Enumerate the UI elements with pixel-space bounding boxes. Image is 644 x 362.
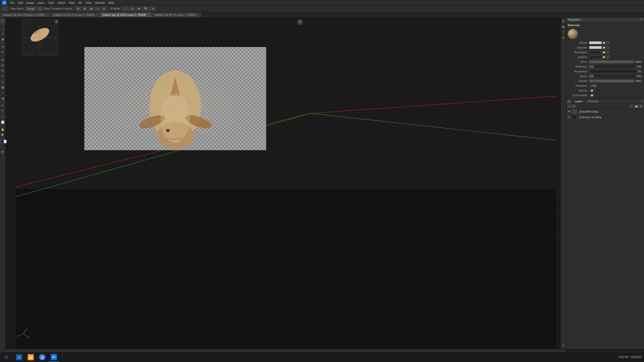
mat-swatch-specular[interactable] bbox=[589, 46, 602, 49]
mat-folder-specular[interactable]: 📁 bbox=[602, 46, 606, 49]
mat-clear-illumination[interactable]: × bbox=[606, 51, 610, 54]
magic-wand-tool[interactable]: ⚡ bbox=[0, 37, 5, 42]
align-btn-1[interactable]: ⊟ bbox=[75, 7, 81, 11]
align-btn-3[interactable]: ⊠ bbox=[89, 7, 94, 11]
layers-delete-btn[interactable]: 🗑 bbox=[639, 105, 643, 108]
mat-slider-roughness[interactable] bbox=[589, 70, 637, 73]
menu-select[interactable]: Select bbox=[58, 1, 65, 4]
mat-slider-reflection[interactable] bbox=[589, 65, 635, 68]
panel-menu-icon[interactable]: ☰ bbox=[640, 18, 643, 21]
layers-folder-btn[interactable]: 📁 bbox=[634, 105, 638, 108]
layer-eye-0[interactable]: 👁 bbox=[567, 110, 571, 113]
tab-close-0[interactable]: × bbox=[46, 14, 48, 16]
3d-pan-btn[interactable]: ✥ bbox=[136, 7, 142, 11]
doc-tab-1[interactable]: Untitled-2 @ 66.7% (Layer 1, RGB/8) × bbox=[50, 12, 100, 17]
rt-btn-5[interactable]: ↕ bbox=[561, 41, 566, 46]
lasso-tool[interactable]: ʔ bbox=[0, 31, 5, 36]
taskbar-ie[interactable]: e bbox=[14, 352, 25, 362]
menu-3d[interactable]: 3D bbox=[78, 1, 82, 4]
material-sphere[interactable] bbox=[568, 29, 578, 39]
layer-eye-1[interactable]: 👁 bbox=[567, 115, 571, 119]
crop-tool[interactable]: ⊡ bbox=[0, 44, 5, 49]
menu-edit[interactable]: Edit bbox=[18, 1, 23, 4]
doc-tab-2[interactable]: Dolphin.dae @ 100% (Layer 1, RGB/8) × bbox=[100, 12, 152, 17]
menu-layer[interactable]: Layer bbox=[37, 1, 45, 4]
rt-btn-4[interactable]: ⊕ bbox=[561, 35, 566, 40]
rt-btn-2[interactable]: ◉ bbox=[561, 24, 566, 29]
dodge-tool[interactable]: ◑ bbox=[0, 96, 5, 101]
menu-help[interactable]: Help bbox=[108, 1, 114, 4]
taskbar-photoshop[interactable]: Ps bbox=[48, 352, 59, 362]
brush-tool[interactable]: 🖌 bbox=[0, 63, 5, 68]
layer-row-0[interactable]: 👁 _DefaultNoCulling bbox=[566, 109, 644, 114]
menu-view[interactable]: View bbox=[86, 1, 92, 4]
mat-folder-ambient[interactable]: 📁 bbox=[602, 56, 606, 59]
menu-filter[interactable]: Filter bbox=[69, 1, 75, 4]
mat-clear-diffuse[interactable]: × bbox=[606, 41, 610, 44]
doc-tab-0[interactable]: Untitled-1 @ 50% (Polygon 1, RGB/8) × bbox=[0, 12, 50, 17]
3d-scene[interactable]: × × X Y Z bbox=[6, 18, 566, 349]
path-tool[interactable]: △ bbox=[0, 114, 5, 119]
layer-row-1[interactable]: 👁 _Charcoal_noCulling bbox=[566, 114, 644, 120]
layers-tab-layers[interactable]: Layers bbox=[573, 100, 585, 103]
healing-tool[interactable]: ⊕ bbox=[0, 57, 5, 62]
transform-controls-btn[interactable]: ☐ bbox=[37, 7, 43, 11]
3d-mode-dropdown[interactable]: ... bbox=[122, 7, 128, 11]
foreground-color[interactable] bbox=[1, 140, 4, 143]
layers-grid-btn[interactable]: ⊞ bbox=[572, 105, 576, 108]
start-button[interactable]: ⊞ bbox=[0, 352, 13, 362]
shape-tool[interactable]: ⬜ bbox=[0, 120, 5, 125]
layers-tab-channels[interactable]: Channels bbox=[585, 100, 601, 103]
rt-btn-6[interactable]: ✕ bbox=[561, 343, 566, 348]
mat-clear-specular[interactable]: × bbox=[606, 46, 610, 49]
doc-tab-3[interactable]: Untitled-3 @ 66.7% (Layer 1, RGB/8) × bbox=[152, 12, 202, 17]
selection-tool[interactable]: ⬚ bbox=[0, 26, 5, 31]
stamp-tool[interactable]: ⊗ bbox=[0, 68, 5, 73]
align-btn-4[interactable]: ≡ bbox=[95, 7, 100, 11]
layers-add-btn[interactable]: + bbox=[630, 105, 634, 108]
mat-folder-env[interactable]: 📁 bbox=[590, 94, 594, 97]
taskbar-chrome[interactable]: ● bbox=[37, 352, 48, 362]
align-btn-2[interactable]: ⊞ bbox=[82, 7, 88, 11]
3d-orbit-btn[interactable]: ↻ bbox=[130, 7, 135, 11]
3d-roll-btn[interactable]: ⟳ bbox=[150, 7, 156, 11]
hand-tool[interactable]: ✋ bbox=[0, 127, 5, 132]
zoom-tool[interactable]: 🔍 bbox=[0, 132, 5, 138]
mat-folder-diffuse[interactable]: 📁 bbox=[602, 41, 606, 44]
menu-file[interactable]: File bbox=[10, 1, 15, 4]
menu-type[interactable]: Type bbox=[48, 1, 54, 4]
gradient-tool[interactable]: ▦ bbox=[0, 85, 5, 90]
tab-close-2[interactable]: × bbox=[148, 14, 149, 16]
history-tool[interactable]: ↩ bbox=[0, 74, 5, 79]
menu-window[interactable]: Window bbox=[95, 1, 105, 4]
auto-select-dropdown[interactable]: Group bbox=[25, 7, 36, 11]
mat-swatch-illumination[interactable] bbox=[589, 51, 602, 54]
rt-btn-1[interactable]: ⊞ bbox=[561, 19, 566, 24]
layers-list-btn[interactable]: ≡ bbox=[567, 105, 571, 108]
mat-folder-illumination[interactable]: 📁 bbox=[602, 51, 606, 54]
eyedropper-tool[interactable]: ✏ bbox=[0, 50, 5, 55]
3d-zoom-btn[interactable]: 🔍 bbox=[143, 7, 149, 11]
rt-btn-3[interactable]: T bbox=[561, 30, 566, 35]
move-tool-btn[interactable]: ↔ bbox=[2, 7, 8, 11]
mat-swatch-ambient[interactable] bbox=[589, 56, 602, 59]
layers-panel-menu[interactable]: ☰ bbox=[641, 100, 643, 103]
tab-close-1[interactable]: × bbox=[96, 14, 97, 16]
mat-slider-shine[interactable] bbox=[589, 60, 634, 63]
tab-close-3[interactable]: × bbox=[197, 14, 198, 16]
svg-line-12 bbox=[6, 189, 65, 349]
blur-tool[interactable]: ◌ bbox=[0, 90, 5, 95]
mat-slider-opacity[interactable] bbox=[589, 79, 634, 82]
mat-swatch-diffuse[interactable] bbox=[589, 41, 602, 44]
type-tool[interactable]: T bbox=[0, 109, 5, 114]
pen-tool[interactable]: ✒ bbox=[0, 103, 5, 108]
taskbar-explorer[interactable]: 📁 bbox=[25, 352, 36, 362]
menu-image[interactable]: Image bbox=[26, 1, 34, 4]
mat-folder-normal[interactable]: 📁 bbox=[590, 89, 594, 92]
mat-slider-bump[interactable] bbox=[589, 75, 635, 78]
extra-tools[interactable]: ⊞ bbox=[0, 149, 5, 154]
mat-clear-ambient[interactable]: × bbox=[606, 56, 610, 59]
eraser-tool[interactable]: ◻ bbox=[0, 79, 5, 84]
align-btn-5[interactable]: ⊟ bbox=[101, 7, 107, 11]
move-tool[interactable]: ↔ bbox=[0, 19, 5, 24]
